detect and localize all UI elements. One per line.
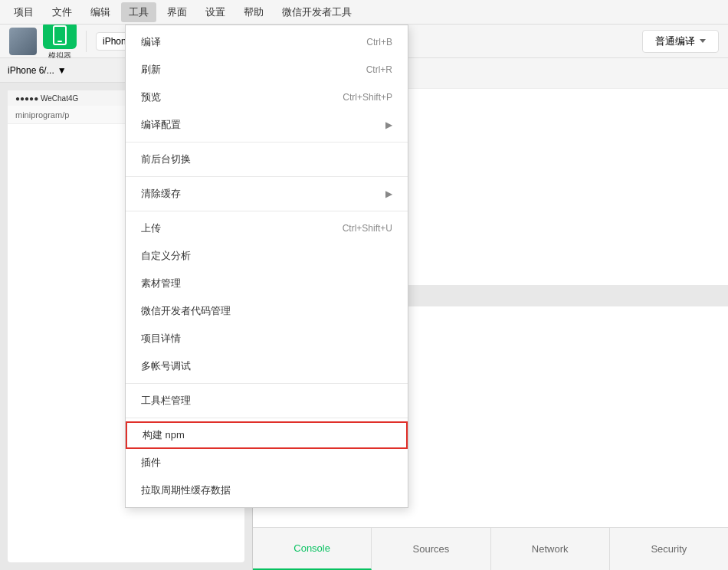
menu-option-custom-analysis[interactable]: 自定义分析 [126, 242, 408, 270]
sim-dropdown-arrow: ▼ [57, 65, 67, 76]
divider-3 [126, 211, 408, 211]
sim-device-label: iPhone 6/... [8, 65, 54, 76]
menu-option-project-details[interactable]: 项目详情 [126, 325, 408, 352]
menu-bar: 项目 文件 编辑 工具 界面 设置 帮助 微信开发者工具 [0, 0, 728, 25]
phone-icon [53, 25, 67, 45]
divider-2 [126, 176, 408, 177]
avatar [9, 28, 37, 55]
avatar-image [9, 28, 37, 55]
sim-path-text: miniprogram/p [15, 110, 69, 120]
menu-item-help[interactable]: 帮助 [236, 2, 271, 22]
tab-sources[interactable]: Sources [372, 528, 490, 570]
tools-dropdown-menu: 编译 Ctrl+B 刷新 Ctrl+R 预览 Ctrl+Shift+P 编译配置… [125, 25, 408, 508]
compile-config-arrow: ▶ [385, 120, 392, 130]
menu-option-compile-config[interactable]: 编译配置 ▶ [126, 111, 408, 139]
separator-1 [86, 31, 87, 52]
build-npm-label: 构建 npm [143, 428, 185, 442]
menu-item-project[interactable]: 项目 [6, 2, 41, 22]
custom-analysis-label: 自定义分析 [141, 249, 191, 263]
menu-option-fetch-cache[interactable]: 拉取周期性缓存数据 [126, 477, 408, 504]
clear-cache-arrow: ▶ [385, 188, 392, 199]
project-details-label: 项目详情 [141, 332, 181, 346]
multi-account-label: 多帐号调试 [141, 359, 191, 373]
menu-option-compile-label: 编译 [141, 35, 161, 49]
menu-option-multi-account[interactable]: 多帐号调试 [126, 352, 408, 380]
menu-option-plugin[interactable]: 插件 [126, 449, 408, 477]
simulator-toggle[interactable]: 模拟器 [43, 21, 77, 61]
bottom-tabs: Console Sources Network Security [253, 527, 728, 570]
divider-1 [126, 142, 408, 142]
simulator-icon-btn[interactable] [43, 21, 77, 49]
tab-console-label: Console [293, 542, 330, 554]
menu-option-compile-shortcut: Ctrl+B [366, 37, 392, 48]
compile-button[interactable]: 普通编译 [642, 30, 719, 53]
sim-device-selector[interactable]: iPhone 6/... ▼ [8, 65, 67, 76]
sim-status-text: ●●●●● WeChat4G [15, 94, 78, 103]
menu-option-refresh[interactable]: 刷新 Ctrl+R [126, 56, 408, 84]
tab-security[interactable]: Security [610, 528, 728, 570]
clear-cache-label: 清除缓存 [141, 187, 181, 201]
menu-item-settings[interactable]: 设置 [198, 2, 233, 22]
menu-option-toolbar-mgmt[interactable]: 工具栏管理 [126, 387, 408, 414]
tab-console[interactable]: Console [253, 528, 372, 570]
menu-option-refresh-label: 刷新 [141, 63, 161, 77]
menu-option-preview[interactable]: 预览 Ctrl+Shift+P [126, 84, 408, 111]
fetch-cache-label: 拉取周期性缓存数据 [141, 483, 231, 497]
menu-item-file[interactable]: 文件 [44, 2, 80, 22]
menu-option-compile[interactable]: 编译 Ctrl+B [126, 28, 408, 56]
tab-sources-label: Sources [413, 543, 450, 555]
tab-network[interactable]: Network [491, 528, 610, 570]
menu-option-code-mgmt[interactable]: 微信开发者代码管理 [126, 297, 408, 325]
menu-item-interface[interactable]: 界面 [159, 2, 195, 22]
upload-shortcut: Ctrl+Shift+U [343, 223, 392, 234]
toolbar-mgmt-label: 工具栏管理 [141, 394, 191, 408]
divider-5 [126, 418, 408, 418]
tab-security-label: Security [651, 543, 687, 555]
menu-item-wechat-devtools[interactable]: 微信开发者工具 [274, 2, 359, 22]
upload-label: 上传 [141, 221, 161, 235]
menu-option-upload[interactable]: 上传 Ctrl+Shift+U [126, 215, 408, 242]
menu-item-tools[interactable]: 工具 [121, 2, 156, 22]
tab-network-label: Network [532, 543, 569, 555]
menu-option-fg-bg-switch[interactable]: 前后台切换 [126, 146, 408, 173]
compile-dropdown-arrow [700, 39, 706, 43]
plugin-label: 插件 [141, 456, 161, 470]
menu-item-edit[interactable]: 编辑 [83, 2, 118, 22]
menu-option-build-npm[interactable]: 构建 npm [126, 421, 408, 449]
menu-option-refresh-shortcut: Ctrl+R [366, 64, 392, 75]
divider-4 [126, 383, 408, 384]
menu-option-clear-cache[interactable]: 清除缓存 ▶ [126, 180, 408, 208]
menu-option-preview-shortcut: Ctrl+Shift+P [343, 92, 392, 103]
fg-bg-switch-label: 前后台切换 [141, 152, 191, 166]
asset-mgmt-label: 素材管理 [141, 277, 181, 290]
code-mgmt-label: 微信开发者代码管理 [141, 304, 231, 318]
menu-option-preview-label: 预览 [141, 90, 161, 104]
menu-option-compile-config-label: 编译配置 [141, 118, 181, 132]
compile-label: 普通编译 [655, 34, 695, 48]
menu-option-asset-mgmt[interactable]: 素材管理 [126, 270, 408, 297]
